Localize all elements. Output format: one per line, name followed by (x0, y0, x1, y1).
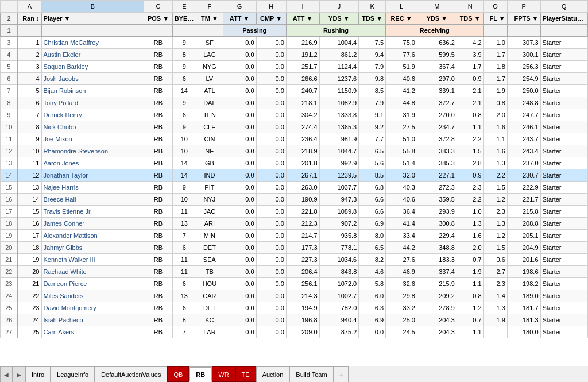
hdr-bye[interactable]: BYE ▼ (172, 13, 196, 25)
hdr-pos[interactable]: POS ▼ (144, 13, 173, 25)
table-row[interactable]: 16 14 Breece Hall RB 10 NYJ 0.0 0.0 190.… (1, 194, 588, 206)
tab-leagueinfo[interactable]: LeagueInfo (51, 366, 95, 382)
tab-wr[interactable]: WR (212, 366, 235, 382)
tab-add[interactable]: + (334, 366, 349, 382)
cell-rec-tds: 1.6 (457, 230, 483, 242)
cell-player[interactable]: Cam Akers (41, 326, 144, 338)
hdr-player[interactable]: Player ▼ (41, 13, 144, 25)
cell-player[interactable]: Derrick Henry (41, 109, 144, 121)
tab-qb[interactable]: QB (167, 366, 189, 382)
cell-player[interactable]: Jahmyr Gibbs (41, 242, 144, 254)
cell-fpts: 198.6 (507, 266, 540, 278)
cell-player[interactable]: Josh Jacobs (41, 73, 144, 85)
cell-player[interactable]: Dameon Pierce (41, 278, 144, 290)
hdr-passing-att[interactable]: ATT ▼ (223, 13, 256, 25)
cell-player[interactable]: Rachaad White (41, 266, 144, 278)
cell-player[interactable]: Tony Pollard (41, 97, 144, 109)
table-row[interactable]: 15 13 Najee Harris RB 9 PIT 0.0 0.0 263.… (1, 182, 588, 194)
cell-player[interactable]: Najee Harris (41, 182, 144, 194)
table-row[interactable]: 20 18 Jahmyr Gibbs RB 6 DET 0.0 0.0 177.… (1, 242, 588, 254)
table-row[interactable]: 27 25 Cam Akers RB 7 LAR 0.0 0.0 209.0 8… (1, 326, 588, 338)
cell-pass-att: 0.0 (223, 194, 256, 206)
hdr-rush-yds[interactable]: YDS ▼ (319, 13, 359, 25)
cell-fl: 1.0 (483, 37, 507, 49)
tab-rb[interactable]: RB (189, 366, 212, 382)
grp-passing: Passing (223, 25, 286, 37)
table-row[interactable]: 13 11 Aaron Jones RB 14 GB 0.0 0.0 201.8… (1, 157, 588, 169)
table-wrapper[interactable]: A B C E F G H I J K L M N O P Q (0, 0, 588, 366)
table-row[interactable]: 11 9 Joe Mixon RB 10 CIN 0.0 0.0 236.4 9… (1, 133, 588, 145)
cell-fpts: 204.9 (507, 242, 540, 254)
cell-player[interactable]: Rhamondre Stevenson (41, 145, 144, 157)
table-row[interactable]: 21 19 Kenneth Walker III RB 11 SEA 0.0 0… (1, 254, 588, 266)
cell-player[interactable]: Miles Sanders (41, 290, 144, 302)
cell-player[interactable]: Bijan Robinson (41, 85, 144, 97)
table-row[interactable]: 6 4 Josh Jacobs RB 6 LV 0.0 0.0 266.6 12… (1, 73, 588, 85)
tab-bar: ◀ ▶ IntroLeagueInfoDefaultAuctionValuesQ… (0, 366, 588, 382)
table-row[interactable]: 17 15 Travis Etienne Jr. RB 11 JAC 0.0 0… (1, 206, 588, 218)
table-row[interactable]: 19 17 Alexander Mattison RB 7 MIN 0.0 0.… (1, 230, 588, 242)
hdr-fl[interactable]: FL ▼ (483, 13, 507, 25)
cell-rush-att: 212.3 (286, 218, 319, 230)
table-row[interactable]: 24 22 Miles Sanders RB 13 CAR 0.0 0.0 21… (1, 290, 588, 302)
cell-player[interactable]: Travis Etienne Jr. (41, 206, 144, 218)
cell-player[interactable]: Isiah Pacheco (41, 314, 144, 326)
cell-player[interactable]: Christian McCaffrey (41, 37, 144, 49)
tab-nav-left[interactable]: ◀ (0, 366, 13, 382)
cell-player[interactable]: James Conner (41, 218, 144, 230)
cell-cmp: 0.0 (256, 145, 286, 157)
tab-intro[interactable]: Intro (25, 366, 51, 382)
table-row[interactable]: 5 3 Saquon Barkley RB 9 NYG 0.0 0.0 251.… (1, 61, 588, 73)
tab-nav-right[interactable]: ▶ (13, 366, 25, 382)
col-g: G (223, 1, 256, 13)
cell-player[interactable]: Nick Chubb (41, 121, 144, 133)
hdr-cmp[interactable]: CMP ▼ (256, 13, 286, 25)
cell-player[interactable]: Austin Ekeler (41, 49, 144, 61)
cell-cmp: 0.0 (256, 37, 286, 49)
cell-rec-tds: 2.3 (457, 182, 483, 194)
cell-fpts: 205.1 (507, 230, 540, 242)
hdr-rec[interactable]: REC ▼ (386, 13, 417, 25)
table-row[interactable]: 8 6 Tony Pollard RB 9 DAL 0.0 0.0 218.1 … (1, 97, 588, 109)
table-row[interactable]: 7 5 Bijan Robinson RB 14 ATL 0.0 0.0 240… (1, 85, 588, 97)
table-row[interactable]: 25 23 David Montgomery RB 6 DET 0.0 0.0 … (1, 302, 588, 314)
tab-auction[interactable]: Auction (256, 366, 290, 382)
table-row[interactable]: 14 12 Jonathan Taylor RB 14 IND 0.0 0.0 … (1, 169, 588, 182)
hdr-rec-yds[interactable]: YDS ▼ (417, 13, 457, 25)
cell-player[interactable]: Aaron Jones (41, 157, 144, 169)
col-letter-row: A B C E F G H I J K L M N O P Q (1, 1, 588, 13)
table-row[interactable]: 18 16 James Conner RB 13 ARI 0.0 0.0 212… (1, 218, 588, 230)
cell-status: Starter (540, 109, 588, 121)
cell-player[interactable]: Jonathan Taylor (41, 169, 144, 182)
table-row[interactable]: 3 1 Christian McCaffrey RB 9 SF 0.0 0.0 … (1, 37, 588, 49)
tab-te[interactable]: TE (235, 366, 256, 382)
table-row[interactable]: 22 20 Rachaad White RB 11 TB 0.0 0.0 206… (1, 266, 588, 278)
hdr-rush-tds[interactable]: TDS ▼ (359, 13, 386, 25)
tab-build-team[interactable]: Build Team (289, 366, 333, 382)
cell-pass-att: 0.0 (223, 61, 256, 73)
hdr-tm[interactable]: TM ▼ (196, 13, 223, 25)
hdr-rank[interactable]: Ran ↕ (18, 13, 41, 25)
cell-fl: 1.9 (483, 314, 507, 326)
tab-defaultauctionvalues[interactable]: DefaultAuctionValues (95, 366, 167, 382)
table-row[interactable]: 10 8 Nick Chubb RB 9 CLE 0.0 0.0 274.4 1… (1, 121, 588, 133)
hdr-rec-tds[interactable]: TDS ▼ (457, 13, 483, 25)
cell-pass-att: 0.0 (223, 73, 256, 85)
cell-pass-att: 0.0 (223, 121, 256, 133)
hdr-status[interactable]: PlayerStatus ▼ (540, 13, 588, 25)
table-row[interactable]: 4 2 Austin Ekeler RB 8 LAC 0.0 0.0 191.2… (1, 49, 588, 61)
cell-player[interactable]: Saquon Barkley (41, 61, 144, 73)
cell-player[interactable]: Joe Mixon (41, 133, 144, 145)
table-row[interactable]: 23 21 Dameon Pierce RB 6 HOU 0.0 0.0 256… (1, 278, 588, 290)
cell-player[interactable]: David Montgomery (41, 302, 144, 314)
cell-player[interactable]: Alexander Mattison (41, 230, 144, 242)
table-body: 3 1 Christian McCaffrey RB 9 SF 0.0 0.0 … (1, 37, 588, 338)
cell-tm: LAC (196, 49, 223, 61)
hdr-rush-att[interactable]: ATT ▼ (286, 13, 319, 25)
table-row[interactable]: 12 10 Rhamondre Stevenson RB 10 NE 0.0 0… (1, 145, 588, 157)
cell-player[interactable]: Breece Hall (41, 194, 144, 206)
table-row[interactable]: 26 24 Isiah Pacheco RB 8 KC 0.0 0.0 196.… (1, 314, 588, 326)
cell-player[interactable]: Kenneth Walker III (41, 254, 144, 266)
hdr-fpts[interactable]: FPTS ▼ (507, 13, 540, 25)
table-row[interactable]: 9 7 Derrick Henry RB 6 TEN 0.0 0.0 304.2… (1, 109, 588, 121)
